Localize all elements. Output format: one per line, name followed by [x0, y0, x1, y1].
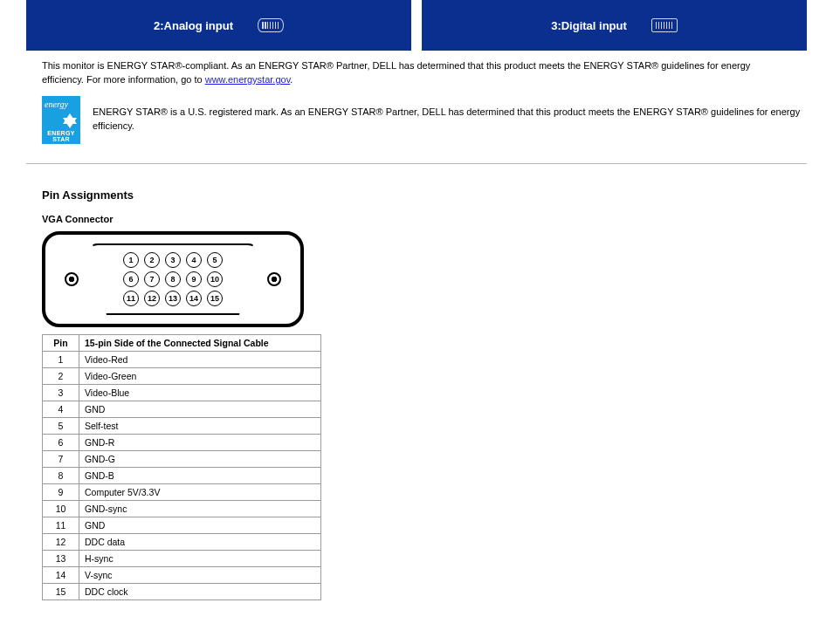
vga-screw-left — [65, 272, 79, 286]
vga-pin: 14 — [186, 291, 202, 306]
cell-pin: 14 — [43, 566, 79, 583]
vga-pin: 4 — [186, 252, 202, 268]
energystar-link[interactable]: www.energystar.gov — [205, 74, 291, 85]
link-suffix: . — [290, 74, 293, 85]
vga-pin-row-3: 11 12 13 14 15 — [123, 291, 223, 306]
cell-signal: V-sync — [79, 566, 321, 583]
vga-pin: 13 — [165, 291, 181, 306]
vga-pin: 2 — [144, 252, 160, 268]
vga-pin: 5 — [207, 252, 223, 268]
vga-pin: 3 — [165, 252, 181, 268]
table-row: 12DDC data — [43, 533, 321, 550]
energy-star-note: ENERGY STAR® is a U.S. registered mark. … — [93, 106, 807, 134]
analog-input-banner: 2:Analog input — [26, 0, 411, 51]
energy-star-row: ENERGY STAR ENERGY STAR® is a U.S. regis… — [42, 96, 807, 144]
vga-pin: 6 — [123, 271, 139, 287]
energy-star-logo-square — [42, 96, 80, 129]
cell-signal: GND — [79, 401, 321, 417]
cell-signal: Video-Red — [79, 351, 321, 367]
table-row: 1Video-Red — [43, 351, 321, 367]
cell-signal: Computer 5V/3.3V — [79, 483, 321, 500]
digital-input-label: 3:Digital input — [551, 19, 627, 32]
cell-signal: Video-Blue — [79, 384, 321, 401]
vga-port-icon — [258, 18, 284, 32]
table-row: 11GND — [43, 517, 321, 533]
cell-signal: Video-Green — [79, 367, 321, 384]
energy-star-logo: ENERGY STAR — [42, 96, 80, 144]
link-prefix: For more information, go to — [86, 74, 205, 85]
cell-signal: DDC clock — [79, 583, 321, 599]
vga-screw-right — [267, 272, 281, 286]
table-row: 3Video-Blue — [43, 384, 321, 401]
vga-pin: 11 — [123, 291, 139, 306]
cell-signal: GND-R — [79, 434, 321, 450]
vga-connector-heading: VGA Connector — [42, 214, 833, 224]
cell-pin: 3 — [43, 384, 79, 401]
vga-pin-row-2: 6 7 8 9 10 — [123, 271, 223, 287]
cell-signal: DDC data — [79, 533, 321, 550]
star-icon — [63, 113, 77, 124]
cell-pin: 5 — [43, 417, 79, 434]
table-row: 6GND-R — [43, 434, 321, 450]
table-header-pin: Pin — [43, 334, 79, 351]
table-body: 1Video-Red 2Video-Green 3Video-Blue 4GND… — [43, 351, 321, 599]
vga-pin: 8 — [165, 271, 181, 287]
vga-pin: 12 — [144, 291, 160, 306]
dvi-port-icon — [651, 18, 678, 32]
energy-star-logo-caption: ENERGY STAR — [42, 129, 80, 144]
cell-pin: 6 — [43, 434, 79, 450]
cell-signal: GND-sync — [79, 500, 321, 517]
analog-input-label: 2:Analog input — [154, 19, 233, 32]
cell-pin: 1 — [43, 351, 79, 367]
vga-pin-table: Pin 15-pin Side of the Connected Signal … — [42, 334, 321, 600]
vga-pin: 10 — [207, 271, 223, 287]
table-row: 5Self-test — [43, 417, 321, 434]
vga-pin-row-1: 1 2 3 4 5 — [123, 252, 223, 268]
table-row: 10GND-sync — [43, 500, 321, 517]
table-row: 14V-sync — [43, 566, 321, 583]
cell-pin: 7 — [43, 450, 79, 467]
vga-pin: 1 — [123, 252, 139, 268]
vga-pin: 9 — [186, 271, 202, 287]
cell-signal: H-sync — [79, 550, 321, 566]
vga-connector-diagram: 1 2 3 4 5 6 7 8 9 10 11 12 13 14 15 — [42, 231, 304, 327]
table-header-row: Pin 15-pin Side of the Connected Signal … — [43, 334, 321, 351]
pin-assignments-heading: Pin Assignments — [42, 188, 833, 202]
table-row: 2Video-Green — [43, 367, 321, 384]
table-header-signal: 15-pin Side of the Connected Signal Cabl… — [79, 334, 321, 351]
cell-pin: 11 — [43, 517, 79, 533]
cell-pin: 15 — [43, 583, 79, 599]
cell-pin: 13 — [43, 550, 79, 566]
cell-pin: 8 — [43, 467, 79, 483]
cell-signal: GND-G — [79, 450, 321, 467]
section-divider — [26, 163, 807, 164]
cell-pin: 9 — [43, 483, 79, 500]
input-mode-banners: 2:Analog input 3:Digital input — [0, 0, 833, 51]
vga-pin: 15 — [207, 291, 223, 306]
table-row: 9Computer 5V/3.3V — [43, 483, 321, 500]
cell-pin: 2 — [43, 367, 79, 384]
table-row: 13H-sync — [43, 550, 321, 566]
vga-pin: 7 — [144, 271, 160, 287]
table-row: 4GND — [43, 401, 321, 417]
cell-pin: 12 — [43, 533, 79, 550]
cell-signal: GND — [79, 517, 321, 533]
digital-input-banner: 3:Digital input — [422, 0, 807, 51]
cell-pin: 10 — [43, 500, 79, 517]
table-row: 7GND-G — [43, 450, 321, 467]
table-row: 8GND-B — [43, 467, 321, 483]
vga-pin-shell: 1 2 3 4 5 6 7 8 9 10 11 12 13 14 15 — [86, 243, 260, 315]
table-row: 15DDC clock — [43, 583, 321, 599]
cell-pin: 4 — [43, 401, 79, 417]
cell-signal: Self-test — [79, 417, 321, 434]
energy-star-paragraph: This monitor is ENERGY STAR®-compliant. … — [42, 59, 793, 87]
cell-signal: GND-B — [79, 467, 321, 483]
